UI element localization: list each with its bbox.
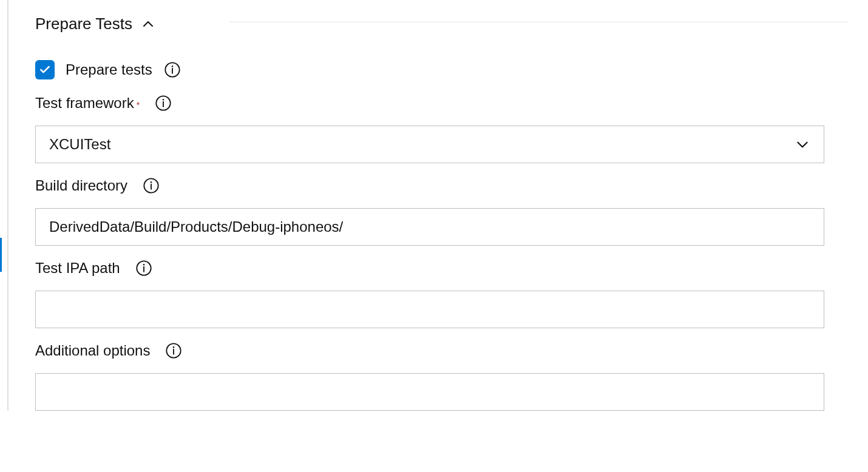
- build-directory-label: Build directory: [35, 177, 127, 194]
- section-header[interactable]: Prepare Tests: [35, 0, 849, 42]
- prepare-tests-label: Prepare tests: [66, 61, 152, 78]
- svg-point-11: [143, 264, 144, 266]
- chevron-down-icon: [795, 137, 810, 152]
- section-divider: [229, 22, 849, 22]
- chevron-up-icon[interactable]: [141, 17, 155, 32]
- info-icon[interactable]: [135, 259, 153, 277]
- info-icon[interactable]: [164, 342, 183, 360]
- left-divider: [7, 0, 8, 411]
- test-framework-value: XCUITest: [49, 136, 110, 153]
- section-title: Prepare Tests: [35, 15, 132, 33]
- svg-point-2: [171, 66, 173, 67]
- prepare-tests-checkbox[interactable]: [35, 60, 55, 79]
- required-asterisk: *: [137, 100, 140, 110]
- svg-point-8: [151, 181, 152, 183]
- check-icon: [39, 64, 51, 76]
- test-framework-select[interactable]: XCUITest: [35, 126, 824, 163]
- additional-options-input[interactable]: [35, 373, 824, 411]
- info-icon[interactable]: [142, 177, 160, 195]
- build-directory-input[interactable]: [35, 208, 824, 246]
- info-icon[interactable]: [163, 61, 181, 79]
- svg-point-14: [173, 346, 175, 348]
- info-icon[interactable]: [154, 94, 172, 112]
- svg-point-5: [163, 99, 164, 101]
- additional-options-label: Additional options: [35, 342, 150, 359]
- test-ipa-path-label: Test IPA path: [35, 260, 120, 277]
- test-framework-label: Test framework*: [35, 95, 140, 112]
- test-ipa-path-input[interactable]: [35, 291, 824, 328]
